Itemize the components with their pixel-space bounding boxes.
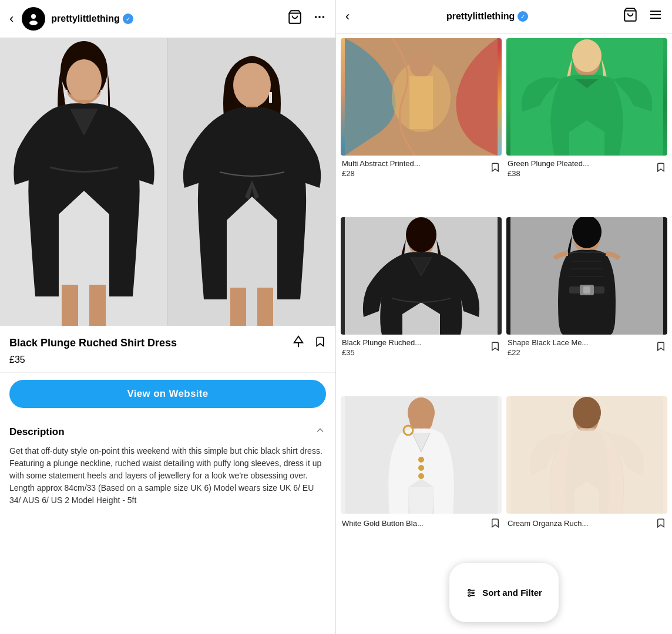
description-heading: Description [9, 426, 65, 438]
grid-item-info-1: Multi Abstract Printed... £28 [341, 156, 502, 179]
svg-point-16 [233, 63, 271, 107]
grid-image-1 [341, 38, 502, 156]
grid-item-price-2: £38 [508, 169, 656, 178]
grid-item-6[interactable]: Cream Organza Ruch... [506, 396, 667, 566]
grid-item-details-6: Cream Organza Ruch... [508, 519, 656, 529]
left-header: ‹ prettylittlething ✓ [0, 0, 335, 38]
hamburger-menu-icon[interactable] [649, 8, 663, 25]
svg-rect-30 [409, 76, 433, 129]
grid-item-1[interactable]: Multi Abstract Printed... £28 [341, 38, 502, 213]
right-back-button[interactable]: ‹ [345, 9, 350, 24]
svg-point-29 [409, 52, 433, 77]
svg-point-56 [573, 397, 601, 429]
back-button[interactable]: ‹ [9, 11, 14, 26]
view-website-button[interactable]: View on Website [9, 380, 326, 408]
svg-point-3 [315, 16, 317, 18]
grid-item-details-5: White Gold Button Bla... [342, 519, 490, 529]
svg-marker-21 [294, 336, 303, 343]
avatar [22, 7, 45, 31]
svg-rect-18 [230, 288, 246, 326]
username-label: prettylittlething [51, 14, 119, 24]
product-info: Black Plunge Ruched Shirt Dress £35 [0, 326, 335, 373]
right-cart-icon[interactable] [623, 7, 638, 26]
product-image-back [167, 38, 335, 326]
svg-point-1 [29, 21, 38, 25]
grid-item-name-6: Cream Organza Ruch... [508, 519, 625, 528]
grid-image-4 [506, 217, 667, 335]
product-title-row: Black Plunge Ruched Shirt Dress [9, 335, 326, 351]
grid-image-2 [506, 38, 667, 156]
svg-point-34 [572, 39, 602, 72]
svg-point-62 [469, 595, 471, 596]
product-title: Black Plunge Ruched Shirt Dress [9, 337, 292, 349]
grid-item-4[interactable]: Shape Black Lace Me... £22 [506, 217, 667, 392]
cart-icon[interactable] [287, 9, 303, 28]
verified-badge: ✓ [123, 14, 133, 24]
grid-image-3 [341, 217, 502, 335]
product-price: £35 [9, 355, 326, 365]
collapse-icon[interactable] [314, 424, 326, 439]
grid-item-details-2: Green Plunge Pleated... £38 [508, 159, 656, 178]
product-grid: Multi Abstract Printed... £28 [336, 33, 672, 634]
svg-point-60 [469, 589, 471, 591]
grid-item-info-5: White Gold Button Bla... [341, 514, 502, 532]
filter-icon [466, 588, 476, 598]
svg-rect-12 [89, 285, 106, 326]
svg-point-5 [322, 16, 325, 18]
grid-item-name-3: Black Plunge Ruched... [342, 338, 459, 347]
grid-item-price-1: £28 [342, 169, 490, 178]
grid-item-name-1: Multi Abstract Printed... [342, 159, 459, 168]
bookmark-icon-6[interactable] [656, 517, 666, 531]
right-header-icons [623, 7, 663, 26]
grid-item-details-3: Black Plunge Ruched... £35 [342, 338, 490, 357]
grid-item-price-3: £35 [342, 348, 490, 357]
svg-rect-13 [65, 90, 68, 102]
svg-point-37 [406, 217, 436, 252]
cta-section: View on Website [0, 373, 335, 415]
svg-point-49 [408, 397, 435, 428]
description-text: Get that off-duty style on-point this we… [9, 445, 326, 507]
username-area: prettylittlething ✓ [51, 14, 281, 24]
product-actions [292, 335, 326, 351]
svg-point-4 [318, 16, 321, 18]
description-section: Description Get that off-duty style on-p… [0, 415, 335, 634]
right-username-area: prettylittlething ✓ [358, 11, 617, 22]
grid-item-price-4: £22 [508, 348, 656, 357]
svg-point-52 [418, 473, 424, 479]
grid-item-info-6: Cream Organza Ruch... [506, 514, 667, 532]
header-icons [287, 9, 326, 28]
grid-item-details-4: Shape Black Lace Me... £22 [508, 338, 656, 357]
grid-item-2[interactable]: Green Plunge Pleated... £38 [506, 38, 667, 213]
right-username-label: prettylittlething [446, 11, 515, 22]
right-panel: ‹ prettylittlething ✓ [336, 0, 672, 634]
svg-point-0 [31, 14, 36, 19]
right-header: ‹ prettylittlething ✓ [336, 0, 672, 33]
share-icon[interactable] [292, 335, 305, 351]
more-options-icon[interactable] [313, 11, 326, 27]
grid-item-name-5: White Gold Button Bla... [342, 519, 459, 528]
svg-point-51 [418, 465, 424, 471]
grid-item-name-2: Green Plunge Pleated... [508, 159, 625, 168]
svg-point-61 [472, 592, 474, 593]
bookmark-icon-5[interactable] [490, 517, 500, 531]
svg-point-9 [66, 59, 102, 102]
grid-item-info-4: Shape Black Lace Me... £22 [506, 335, 667, 358]
bookmark-icon[interactable] [314, 335, 326, 351]
bookmark-icon-1[interactable] [490, 161, 500, 176]
svg-point-50 [418, 457, 424, 463]
product-image-front [0, 38, 167, 326]
grid-item-info-3: Black Plunge Ruched... £35 [341, 335, 502, 358]
bookmark-icon-3[interactable] [490, 340, 500, 355]
description-header: Description [9, 424, 326, 439]
grid-item-5[interactable]: White Gold Button Bla... [341, 396, 502, 566]
grid-image-6 [506, 396, 667, 514]
product-images [0, 38, 335, 326]
bookmark-icon-2[interactable] [656, 161, 666, 176]
grid-item-3[interactable]: Black Plunge Ruched... £35 [341, 217, 502, 392]
svg-rect-14 [100, 90, 103, 102]
sort-filter-button[interactable]: Sort and Filter [449, 563, 559, 622]
left-panel: ‹ prettylittlething ✓ [0, 0, 336, 634]
sort-filter-label: Sort and Filter [482, 588, 542, 598]
bookmark-icon-4[interactable] [656, 340, 666, 355]
sort-filter-container: Sort and Filter [341, 563, 667, 622]
